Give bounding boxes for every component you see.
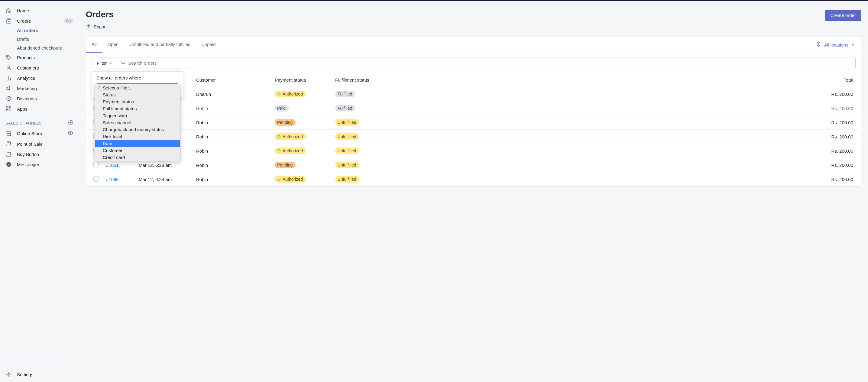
- nav-label: Point of Sale: [17, 141, 42, 147]
- payment-badge: Pending: [275, 119, 296, 126]
- subnav-all-orders[interactable]: All orders: [17, 26, 79, 35]
- nav-customers[interactable]: Customers: [0, 63, 79, 73]
- subnav-drafts[interactable]: Drafts: [17, 35, 79, 43]
- filter-option[interactable]: Status: [95, 91, 180, 98]
- customer-name: Robin: [191, 130, 269, 144]
- filter-option[interactable]: Customer: [95, 147, 180, 154]
- location-picker[interactable]: All locations: [809, 37, 861, 53]
- order-total: Rs. 200.00: [393, 172, 861, 187]
- nav-label: Messenger: [17, 162, 39, 167]
- payment-cell: Authorized: [269, 130, 330, 144]
- nav-label: Settings: [17, 372, 33, 377]
- fulfillment-cell: Unfulfilled: [330, 172, 393, 187]
- filter-option[interactable]: Date: [95, 140, 180, 147]
- channel-buy-button[interactable]: Buy Button: [0, 149, 79, 159]
- apps-icon: [5, 105, 12, 112]
- filter-option[interactable]: Sales channel: [95, 119, 180, 126]
- nav-apps[interactable]: Apps: [0, 104, 79, 114]
- nav-label: Analytics: [17, 75, 35, 81]
- table-row[interactable]: #1061Mar 12, 6:28 amRobinPendingUnfulfil…: [86, 158, 861, 172]
- pos-icon: [5, 140, 12, 147]
- products-icon: [5, 54, 12, 61]
- buy-button-icon: [5, 151, 12, 157]
- svg-point-10: [8, 374, 10, 375]
- filter-option[interactable]: Select a filter...: [95, 84, 180, 91]
- export-action[interactable]: Export: [86, 24, 114, 30]
- table-row[interactable]: #1065RobinPaidFulfilledRs. 200.00: [86, 101, 861, 116]
- order-date: Mar 12, 6:24 am: [133, 172, 191, 187]
- order-link[interactable]: #1061: [106, 163, 119, 168]
- discounts-icon: [5, 95, 12, 102]
- svg-rect-6: [7, 109, 8, 111]
- filter-option[interactable]: Tagged with: [95, 112, 180, 119]
- filter-button[interactable]: Filter: [92, 57, 117, 69]
- fulfillment-cell: Unfulfilled: [330, 130, 393, 144]
- orders-icon: [5, 18, 12, 24]
- nav-products[interactable]: Products: [0, 52, 79, 63]
- order-link[interactable]: #1060: [106, 177, 119, 182]
- nav-marketing[interactable]: Marketing: [0, 83, 79, 93]
- search-input[interactable]: [128, 57, 852, 69]
- fulfillment-badge: Unfulfilled: [335, 133, 359, 140]
- channel-pos[interactable]: Point of Sale: [0, 139, 79, 149]
- location-label: All locations: [824, 42, 848, 47]
- clock-icon: [277, 92, 281, 96]
- channel-messenger[interactable]: Messenger: [0, 159, 79, 169]
- filter-popover: Show all orders where: Select a filter..…: [92, 71, 183, 98]
- subnav-abandoned[interactable]: Abandoned checkouts: [17, 43, 79, 52]
- table-row[interactable]: #1064RobinPendingUnfulfilledRs. 200.00: [86, 116, 861, 130]
- svg-point-12: [122, 61, 125, 63]
- nav-analytics[interactable]: Analytics: [0, 73, 79, 83]
- row-checkbox[interactable]: [93, 176, 99, 182]
- export-label: Export: [94, 24, 107, 29]
- filter-option[interactable]: Fulfillment status: [95, 105, 180, 112]
- filter-option[interactable]: Credit card: [95, 154, 180, 161]
- analytics-icon: [5, 75, 12, 81]
- table-row[interactable]: #1063RobinAuthorizedUnfulfilledRs. 200.0…: [86, 130, 861, 144]
- nav-home[interactable]: Home: [0, 5, 79, 16]
- fulfillment-badge: Fulfilled: [335, 91, 355, 97]
- customer-name: Robin: [191, 144, 269, 158]
- table-row[interactable]: #1066DharunAuthorizedFulfilledRs. 200.00: [86, 87, 861, 101]
- sales-channels-label: SALES CHANNELS: [5, 121, 42, 125]
- location-pin-icon: [816, 42, 821, 48]
- marketing-icon: [5, 85, 12, 92]
- view-store-icon[interactable]: [67, 130, 73, 137]
- table-row[interactable]: #1060Mar 12, 6:24 amRobinAuthorizedUnful…: [86, 172, 861, 187]
- nav-label: Marketing: [17, 86, 37, 91]
- payment-badge: Pending: [275, 162, 296, 168]
- svg-point-8: [70, 132, 71, 134]
- filter-select[interactable]: Select a filter... Select a filter...Sta…: [96, 84, 179, 93]
- customer-name: Robin: [191, 172, 269, 187]
- order-total: Rs. 200.00: [393, 158, 861, 172]
- filter-option[interactable]: Risk level: [95, 133, 180, 140]
- filter-select-menu: Select a filter...StatusPayment statusFu…: [95, 84, 180, 161]
- nav-orders[interactable]: Orders 60: [0, 16, 79, 26]
- fulfillment-cell: Fulfilled: [330, 87, 393, 101]
- payment-cell: Authorized: [269, 144, 330, 158]
- tab-unfulfilled[interactable]: Unfulfilled and partially fulfilled: [124, 37, 196, 53]
- fulfillment-cell: Fulfilled: [330, 101, 393, 116]
- order-total: Rs. 200.00: [393, 130, 861, 144]
- tab-open[interactable]: Open: [102, 37, 124, 53]
- create-order-button[interactable]: Create order: [825, 10, 861, 21]
- clock-icon: [277, 178, 281, 181]
- sales-channels-header: SALES CHANNELS: [0, 114, 79, 128]
- table-row[interactable]: #1062Mar 13, 5:14 amRobinAuthorizedUnful…: [86, 144, 861, 158]
- filter-option[interactable]: Payment status: [95, 98, 180, 105]
- sidebar: Home Orders 60 All orders Drafts Abandon…: [0, 1, 79, 382]
- channel-online-store[interactable]: Online Store: [0, 128, 79, 139]
- tab-all[interactable]: All: [86, 37, 102, 53]
- tab-unpaid[interactable]: Unpaid: [196, 37, 221, 53]
- filter-option[interactable]: Chargeback and inquiry status: [95, 126, 180, 133]
- add-channel-icon[interactable]: [68, 120, 73, 126]
- nav-settings[interactable]: Settings: [0, 369, 79, 380]
- fulfillment-badge: Unfulfilled: [335, 148, 359, 154]
- payment-badge: Authorized: [275, 176, 306, 183]
- row-checkbox[interactable]: [93, 162, 99, 167]
- nav-discounts[interactable]: Discounts: [0, 93, 79, 104]
- page-title: Orders: [86, 10, 114, 19]
- home-icon: [5, 7, 12, 14]
- orders-card: All Open Unfulfilled and partially fulfi…: [86, 37, 861, 187]
- payment-cell: Authorized: [269, 172, 330, 187]
